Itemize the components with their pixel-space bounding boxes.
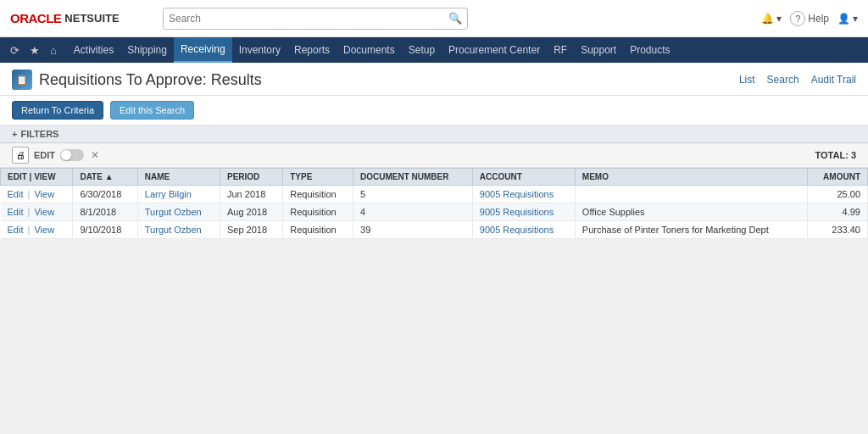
total-label: TOTAL: 3 (815, 149, 856, 161)
cell-period: Sep 2018 (220, 221, 282, 239)
top-bar: ORACLE NETSUITE 🔍 🔔 ▾ ? Help 👤 ▾ (0, 0, 868, 37)
account-link[interactable]: 9005 Requisitions (480, 225, 554, 235)
cell-type: Requisition (283, 203, 353, 221)
nav-item-support[interactable]: Support (574, 37, 623, 63)
cell-edit-view: Edit | View (1, 221, 73, 239)
page-icon: 📋 (12, 70, 32, 90)
name-link[interactable]: Turgut Ozben (145, 225, 202, 235)
cell-type: Requisition (283, 186, 353, 203)
nav-home-icon[interactable]: ⌂ (47, 42, 60, 58)
edit-close-button[interactable]: ✕ (91, 149, 99, 161)
page-actions: List Search Audit Trail (739, 74, 856, 86)
top-icons: 🔔 ▾ ? Help 👤 ▾ (761, 11, 858, 26)
col-memo: MEMO (575, 169, 808, 186)
nav-item-rf[interactable]: RF (547, 37, 574, 63)
user-icon: 👤 (837, 13, 850, 25)
nav-item-reports[interactable]: Reports (287, 37, 337, 63)
nav-item-activities[interactable]: Activities (67, 37, 120, 63)
total-count: TOTAL: 3 (815, 150, 856, 160)
nav-item-setup[interactable]: Setup (402, 37, 442, 63)
table-container: EDIT | VIEW DATE ▲ NAME PERIOD TYPE DOCU… (0, 168, 868, 239)
user-button[interactable]: 👤 ▾ (837, 13, 858, 25)
name-link[interactable]: Turgut Ozben (145, 207, 202, 217)
nav-item-procurement[interactable]: Procurement Center (442, 37, 547, 63)
nav-item-inventory[interactable]: Inventory (232, 37, 287, 63)
dropdown-arrow-icon: ▾ (776, 13, 782, 25)
list-link[interactable]: List (739, 74, 755, 86)
cell-date: 6/30/2018 (73, 186, 137, 203)
col-name: NAME (137, 169, 220, 186)
edit-bar-left: 🖨 EDIT ✕ (12, 147, 99, 164)
cell-document-number: 5 (353, 186, 473, 203)
view-link[interactable]: View (34, 207, 54, 217)
doc-icon: 📋 (16, 75, 28, 86)
nav-history-icon[interactable]: ⟳ (7, 42, 23, 58)
edit-link[interactable]: Edit (8, 207, 24, 217)
col-type: TYPE (283, 169, 353, 186)
name-link[interactable]: Larry Bilgin (145, 189, 192, 199)
bell-icon: 🔔 (761, 13, 774, 25)
view-link[interactable]: View (34, 225, 54, 235)
account-link[interactable]: 9005 Requisitions (480, 189, 554, 199)
cell-edit-view: Edit | View (1, 186, 73, 203)
toolbar: Return To Criteria Edit this Search (0, 96, 868, 125)
return-to-criteria-button[interactable]: Return To Criteria (12, 101, 103, 120)
account-link[interactable]: 9005 Requisitions (480, 207, 554, 217)
col-amount: AMOUNT (808, 169, 868, 186)
col-account: ACCOUNT (472, 169, 575, 186)
toggle-thumb (61, 150, 71, 160)
cell-document-number: 4 (353, 203, 473, 221)
nav-star-icon[interactable]: ★ (26, 42, 43, 58)
search-input[interactable] (169, 13, 448, 25)
nav-quick-icons: ⟳ ★ ⌂ (7, 42, 60, 58)
help-button[interactable]: ? Help (790, 11, 829, 26)
cell-amount: 25.00 (808, 186, 868, 203)
edit-bar: 🖨 EDIT ✕ TOTAL: 3 (0, 143, 868, 168)
cell-amount: 233.40 (808, 221, 868, 239)
notifications-button[interactable]: 🔔 ▾ (761, 13, 782, 25)
user-dropdown-icon: ▾ (853, 13, 858, 25)
edit-toggle[interactable] (60, 149, 84, 161)
col-edit-view: EDIT | VIEW (1, 169, 73, 186)
filters-toggle[interactable]: + FILTERS (12, 129, 58, 139)
nav-item-receiving[interactable]: Receiving (174, 37, 232, 63)
table-row: Edit | View 9/10/2018 Turgut Ozben Sep 2… (1, 221, 868, 239)
cell-memo (575, 186, 808, 203)
help-icon: ? (790, 11, 805, 26)
cell-amount: 4.99 (808, 203, 868, 221)
search-icon[interactable]: 🔍 (448, 12, 462, 25)
table-row: Edit | View 8/1/2018 Turgut Ozben Aug 20… (1, 203, 868, 221)
search-link[interactable]: Search (767, 74, 799, 86)
nav-item-shipping[interactable]: Shipping (120, 37, 174, 63)
toggle-track[interactable] (60, 149, 84, 161)
nav-bar: ⟳ ★ ⌂ Activities Shipping Receiving Inve… (0, 37, 868, 63)
edit-link[interactable]: Edit (8, 225, 24, 235)
edit-search-button[interactable]: Edit this Search (110, 101, 194, 120)
filters-bar: + FILTERS (0, 125, 868, 143)
view-link[interactable]: View (34, 189, 54, 199)
cell-account: 9005 Requisitions (472, 221, 575, 239)
print-button[interactable]: 🖨 (12, 147, 29, 164)
audit-trail-link[interactable]: Audit Trail (811, 74, 856, 86)
cell-name: Turgut Ozben (137, 203, 220, 221)
pipe-separator: | (28, 225, 31, 235)
edit-link[interactable]: Edit (8, 189, 24, 199)
nav-item-documents[interactable]: Documents (337, 37, 402, 63)
pipe-separator: | (28, 207, 31, 217)
help-label: Help (808, 13, 829, 25)
cell-account: 9005 Requisitions (472, 203, 575, 221)
results-table: EDIT | VIEW DATE ▲ NAME PERIOD TYPE DOCU… (0, 168, 868, 239)
col-document-number: DOCUMENT NUMBER (353, 169, 473, 186)
edit-label: EDIT (34, 150, 55, 160)
cell-document-number: 39 (353, 221, 473, 239)
cell-account: 9005 Requisitions (472, 186, 575, 203)
nav-item-products[interactable]: Products (623, 37, 676, 63)
table-row: Edit | View 6/30/2018 Larry Bilgin Jun 2… (1, 186, 868, 203)
search-bar[interactable]: 🔍 (163, 8, 468, 30)
cell-name: Larry Bilgin (137, 186, 220, 203)
cell-edit-view: Edit | View (1, 203, 73, 221)
cell-memo: Office Supplies (575, 203, 808, 221)
logo-area: ORACLE NETSUITE (10, 11, 146, 25)
table-header: EDIT | VIEW DATE ▲ NAME PERIOD TYPE DOCU… (1, 169, 868, 186)
col-date[interactable]: DATE ▲ (73, 169, 137, 186)
